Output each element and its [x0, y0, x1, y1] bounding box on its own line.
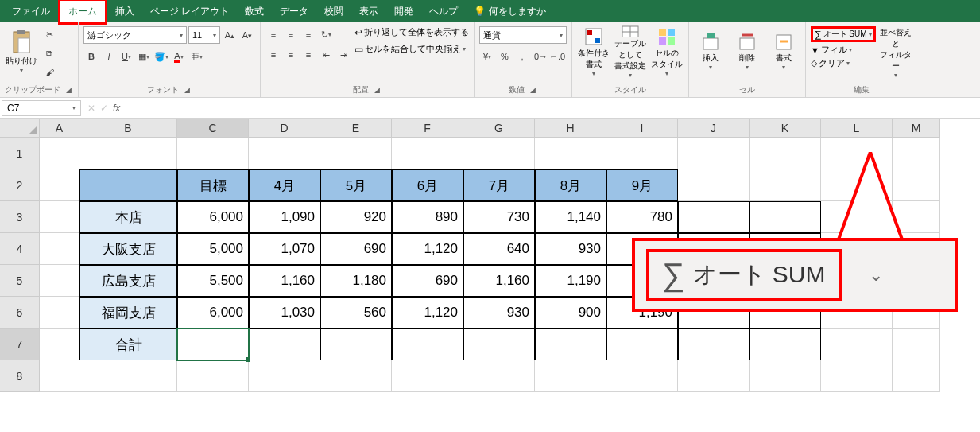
- cell[interactable]: [463, 329, 535, 360]
- format-painter-button[interactable]: 🖌: [41, 64, 57, 80]
- cell[interactable]: 1,160: [249, 265, 320, 297]
- format-cells-button[interactable]: 書式▾: [767, 25, 800, 79]
- col-header-c[interactable]: C: [177, 119, 249, 138]
- italic-button[interactable]: I: [101, 49, 117, 64]
- cell[interactable]: 広島支店: [79, 265, 177, 297]
- row-header-2[interactable]: 2: [0, 169, 40, 201]
- cell[interactable]: [750, 169, 821, 201]
- dialog-launcher-icon[interactable]: ◢: [372, 85, 382, 95]
- cell[interactable]: [249, 138, 320, 169]
- paste-button[interactable]: 貼り付け ▾: [5, 25, 38, 79]
- cell[interactable]: 9月: [606, 169, 678, 201]
- number-format-combo[interactable]: 通貨▾: [479, 26, 567, 44]
- cell[interactable]: 1,180: [320, 265, 392, 297]
- cancel-icon[interactable]: ✕: [87, 103, 95, 114]
- decrease-decimal-button[interactable]: ←.0: [549, 49, 565, 64]
- col-header-j[interactable]: J: [678, 119, 750, 138]
- cell[interactable]: [177, 360, 249, 392]
- cell[interactable]: 6,000: [177, 297, 249, 329]
- copy-button[interactable]: ⧉: [41, 45, 57, 61]
- menu-view[interactable]: 表示: [351, 1, 386, 22]
- col-header-f[interactable]: F: [392, 119, 463, 138]
- cell[interactable]: [249, 329, 320, 360]
- cell[interactable]: [392, 138, 463, 169]
- cell[interactable]: [606, 138, 678, 169]
- cell[interactable]: 730: [463, 201, 535, 233]
- align-left-button[interactable]: ≡: [265, 47, 281, 63]
- increase-font-button[interactable]: A▴: [222, 27, 238, 43]
- menu-developer[interactable]: 開発: [386, 1, 421, 22]
- cell[interactable]: 1,160: [463, 265, 535, 297]
- dialog-launcher-icon[interactable]: ◢: [64, 85, 73, 95]
- cell[interactable]: [750, 360, 821, 392]
- conditional-format-button[interactable]: 条件付き 書式▾: [577, 25, 610, 79]
- col-header-l[interactable]: L: [821, 119, 893, 138]
- accounting-format-button[interactable]: ¥▾: [479, 49, 495, 64]
- cell[interactable]: [40, 233, 79, 265]
- cell[interactable]: [392, 360, 463, 392]
- cell[interactable]: [249, 360, 320, 392]
- autosum-button[interactable]: ∑ オート SUM ▾: [811, 26, 876, 42]
- menu-review[interactable]: 校閲: [316, 1, 351, 22]
- cell[interactable]: [678, 201, 750, 233]
- cell[interactable]: [535, 329, 606, 360]
- col-header-k[interactable]: K: [750, 119, 821, 138]
- menu-formulas[interactable]: 数式: [237, 1, 272, 22]
- col-header-m[interactable]: M: [893, 119, 940, 138]
- cell[interactable]: 640: [463, 233, 535, 265]
- cell[interactable]: [40, 138, 79, 169]
- phonetic-button[interactable]: 亜▾: [188, 49, 204, 64]
- increase-decimal-button[interactable]: .0→: [532, 49, 548, 64]
- formula-input[interactable]: [126, 101, 980, 115]
- cell[interactable]: [750, 138, 821, 169]
- cell[interactable]: [40, 265, 79, 297]
- col-header-a[interactable]: A: [40, 119, 79, 138]
- dialog-launcher-icon[interactable]: ◢: [528, 85, 537, 95]
- cell[interactable]: 1,070: [249, 233, 320, 265]
- cell[interactable]: [320, 360, 392, 392]
- font-size-combo[interactable]: 11▾: [188, 26, 220, 44]
- cell[interactable]: 6,000: [177, 201, 249, 233]
- decrease-indent-button[interactable]: ⇤: [318, 47, 334, 63]
- cell[interactable]: 5,500: [177, 265, 249, 297]
- cell[interactable]: [535, 360, 606, 392]
- cell[interactable]: [392, 329, 463, 360]
- increase-indent-button[interactable]: ⇥: [335, 47, 351, 63]
- row-header-1[interactable]: 1: [0, 138, 40, 169]
- fx-icon[interactable]: fx: [113, 103, 120, 114]
- menu-data[interactable]: データ: [272, 1, 316, 22]
- cell[interactable]: 1,120: [392, 233, 463, 265]
- cell[interactable]: [40, 329, 79, 360]
- cell[interactable]: [893, 360, 940, 392]
- menu-file[interactable]: ファイル: [4, 1, 58, 22]
- comma-button[interactable]: ,: [514, 49, 530, 64]
- cell[interactable]: 930: [463, 297, 535, 329]
- cell[interactable]: [463, 138, 535, 169]
- cell[interactable]: [79, 360, 177, 392]
- cell[interactable]: 930: [535, 233, 606, 265]
- cell[interactable]: [40, 169, 79, 201]
- cell[interactable]: 780: [606, 201, 678, 233]
- dialog-launcher-icon[interactable]: ◢: [182, 85, 192, 95]
- cell[interactable]: 1,030: [249, 297, 320, 329]
- cell[interactable]: 1,090: [249, 201, 320, 233]
- cell[interactable]: 690: [320, 233, 392, 265]
- col-header-i[interactable]: I: [606, 119, 678, 138]
- delete-cells-button[interactable]: 削除▾: [730, 25, 764, 79]
- align-right-button[interactable]: ≡: [300, 47, 316, 63]
- sort-filter-button[interactable]: AZ 並べ替えと フィルター▾: [879, 25, 912, 79]
- row-header-4[interactable]: 4: [0, 233, 40, 265]
- bold-button[interactable]: B: [83, 49, 99, 64]
- insert-cells-button[interactable]: 挿入▾: [694, 25, 727, 79]
- col-header-b[interactable]: B: [79, 119, 177, 138]
- clear-button[interactable]: ◇クリア▾: [811, 57, 876, 69]
- row-header-3[interactable]: 3: [0, 201, 40, 233]
- cell[interactable]: 8月: [535, 169, 606, 201]
- cell[interactable]: 7月: [463, 169, 535, 201]
- cell[interactable]: 920: [320, 201, 392, 233]
- row-header-5[interactable]: 5: [0, 265, 40, 297]
- cell[interactable]: 大阪支店: [79, 233, 177, 265]
- cell[interactable]: 6月: [392, 169, 463, 201]
- row-header-6[interactable]: 6: [0, 297, 40, 329]
- cut-button[interactable]: ✂: [41, 26, 57, 42]
